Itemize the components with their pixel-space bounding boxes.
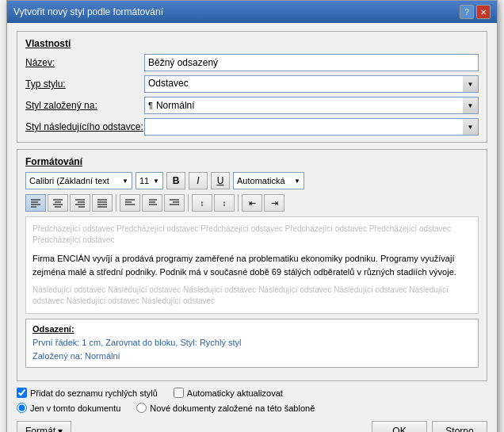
next-style-arrow[interactable]: ▼ — [463, 118, 479, 136]
cancel-button[interactable]: Storno — [432, 421, 487, 432]
preview-container: Předcházející odstavec Předcházející ods… — [25, 216, 479, 314]
preview-prev-text: Předcházející odstavec Předcházející ods… — [32, 224, 472, 246]
alignment-toolbar: ↕ ↕ ⇤ ⇥ — [25, 194, 479, 212]
align-icon-7 — [169, 198, 180, 208]
align-5-button[interactable] — [120, 194, 140, 212]
next-style-label: Styl následujícího odstavce: — [25, 121, 144, 132]
toolbar-separator-3 — [238, 194, 239, 212]
align-left-button[interactable] — [25, 194, 46, 212]
based-on-arrow[interactable]: ▼ — [463, 97, 479, 114]
indent-decrease-button[interactable]: ⇤ — [242, 194, 262, 212]
name-row: Název: — [25, 54, 479, 71]
font-select[interactable]: Calibri (Základní text ▼ — [25, 172, 132, 189]
next-style-row: Styl následujícího odstavce: ▼ — [25, 118, 479, 136]
based-on-select-wrapper: ¶ Normální ▼ — [144, 97, 479, 114]
ok-cancel-buttons: OK Storno — [372, 421, 487, 432]
align-left-icon — [30, 198, 41, 208]
align-6-button[interactable] — [142, 194, 162, 212]
indent-increase-button[interactable]: ⇥ — [264, 194, 284, 212]
add-to-quick-label[interactable]: Přidat do seznamu rychlých stylů — [17, 388, 158, 398]
font-size-select[interactable]: 11 ▼ — [136, 172, 163, 189]
description-area: Odsazení: První řádek: 1 cm, Zarovnat do… — [25, 319, 479, 368]
title-bar-buttons: ? ✕ — [460, 5, 491, 19]
ok-button[interactable]: OK — [372, 421, 427, 432]
align-right-icon — [74, 198, 86, 208]
italic-button[interactable]: I — [189, 172, 208, 189]
options-row: Přidat do seznamu rychlých stylů Automat… — [17, 388, 487, 398]
next-style-select[interactable] — [144, 118, 479, 136]
dialog-content: Vlastnosti Název: Typ stylu: Odstavec ▼ … — [7, 23, 497, 432]
preview-area: Předcházející odstavec Předcházející ods… — [25, 216, 479, 314]
align-center-icon — [52, 198, 63, 208]
line-spacing-2-button[interactable]: ↕ — [214, 194, 235, 212]
name-input[interactable] — [144, 54, 479, 71]
new-docs-label[interactable]: Nové dokumenty založené na této šabloně — [136, 403, 315, 413]
align-icon-5 — [124, 198, 136, 208]
style-type-label: Typ stylu: — [25, 78, 144, 90]
main-dialog: Vytvořit nový styl podle formátování ? ✕… — [6, 0, 498, 432]
align-right-button[interactable] — [70, 194, 90, 212]
add-to-quick-checkbox[interactable] — [17, 388, 27, 398]
only-this-doc-label[interactable]: Jen v tomto dokumentu — [17, 403, 120, 413]
next-style-select-wrapper: ▼ — [144, 118, 479, 136]
name-label: Název: — [25, 57, 144, 68]
formatting-section: Formátování Calibri (Základní text ▼ 11 … — [17, 149, 487, 381]
radio-row: Jen v tomto dokumentu Nové dokumenty zal… — [17, 403, 487, 413]
description-title: Odsazení: — [32, 324, 472, 334]
align-justify-button[interactable] — [92, 194, 113, 212]
bold-button[interactable]: B — [166, 172, 185, 189]
auto-update-label[interactable]: Automaticky aktualizovat — [174, 388, 283, 398]
formatting-label: Formátování — [25, 156, 479, 167]
auto-update-checkbox[interactable] — [174, 388, 184, 398]
based-on-row: Styl založený na: ¶ Normální ▼ — [25, 97, 479, 114]
close-button[interactable]: ✕ — [476, 5, 491, 19]
underline-button[interactable]: U — [211, 172, 230, 189]
help-button[interactable]: ? — [460, 5, 474, 19]
line-spacing-button[interactable]: ↕ — [192, 194, 212, 212]
new-docs-radio[interactable] — [136, 403, 147, 413]
align-7-button[interactable] — [164, 194, 185, 212]
align-icon-6 — [147, 198, 158, 208]
toolbar-separator-2 — [188, 194, 189, 212]
based-on-label: Styl založený na: — [25, 100, 144, 111]
style-type-select-wrapper: Odstavec ▼ — [144, 75, 479, 93]
align-center-button[interactable] — [48, 194, 68, 212]
title-bar: Vytvořit nový styl podle formátování ? ✕ — [7, 1, 497, 23]
format-button[interactable]: Formát ▾ — [17, 421, 71, 432]
only-this-doc-radio[interactable] — [17, 403, 27, 413]
style-type-arrow[interactable]: ▼ — [463, 75, 479, 93]
font-color-select[interactable]: Automatická ▼ — [233, 172, 304, 189]
style-type-row: Typ stylu: Odstavec ▼ — [25, 75, 479, 93]
toolbar-separator-1 — [116, 194, 116, 212]
preview-main-text: Firma ENCIÁN vyvíjí a prodává programy z… — [32, 252, 472, 278]
bottom-row: Formát ▾ OK Storno — [17, 421, 487, 432]
style-type-select[interactable]: Odstavec — [144, 75, 479, 93]
formatting-toolbar-1: Calibri (Základní text ▼ 11 ▼ B I U Auto… — [25, 172, 479, 189]
based-on-select[interactable]: ¶ Normální — [144, 97, 479, 114]
dialog-title: Vytvořit nový styl podle formátování — [13, 6, 163, 17]
properties-section: Vlastnosti Název: Typ stylu: Odstavec ▼ … — [17, 31, 487, 143]
align-justify-icon — [97, 198, 108, 208]
properties-label: Vlastnosti — [25, 38, 479, 49]
description-line1: První řádek: 1 cm, Zarovnat do bloku, St… — [32, 336, 472, 362]
preview-next-text: Následující odstavec Následující odstave… — [32, 285, 472, 307]
